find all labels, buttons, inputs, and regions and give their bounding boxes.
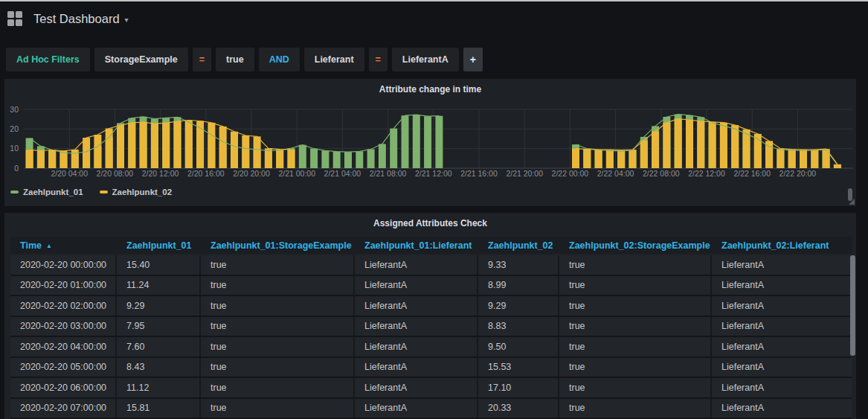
- bar-zaehlpunkt_02: [811, 150, 818, 168]
- table-scrollbar-thumb[interactable]: [850, 255, 855, 356]
- column-header-label: Zaehlpunkt_01:Lieferant: [364, 240, 472, 251]
- column-header-zaehlpunkt-01-storageexample[interactable]: Zaehlpunkt_01:StorageExample: [201, 237, 355, 254]
- bar-zaehlpunkt_01: [424, 116, 431, 168]
- table-cell: 20.33: [478, 399, 559, 418]
- legend-item-zaehlpunkt_02[interactable]: Zaehlpunkt_02: [100, 188, 173, 196]
- plus-icon: +: [470, 54, 476, 65]
- table-cell: 8.99: [478, 276, 559, 295]
- column-header-label: Zaehlpunkt_02: [488, 240, 553, 251]
- filter-chip-value[interactable]: true: [216, 48, 254, 71]
- legend-swatch: [100, 191, 108, 193]
- table-row: 2020-02-20 04:00:007.60trueLieferantA9.5…: [10, 337, 852, 358]
- table-cell: 15.53: [478, 358, 559, 377]
- dashboard-title-button[interactable]: Test Dashboard ▾: [33, 12, 129, 26]
- bar-zaehlpunkt_02: [265, 148, 272, 168]
- bar-zaehlpunkt_02: [288, 150, 295, 168]
- chart-panel: Attribute change in time 01020302/20 04:…: [4, 79, 856, 206]
- table-row: 2020-02-20 07:00:0015.81trueLieferantA20…: [10, 399, 852, 419]
- filter-chip-text: Lieferant: [315, 54, 354, 65]
- table-cell: 9.50: [478, 337, 559, 356]
- table-row: 2020-02-20 00:00:0015.40trueLieferantA9.…: [10, 255, 852, 276]
- table-header-row: Time▲Zaehlpunkt_01Zaehlpunkt_01:StorageE…: [10, 237, 852, 254]
- x-axis-tick-label: 2/20 08:00: [97, 169, 134, 178]
- filter-chip-text: true: [226, 54, 244, 65]
- table-cell: true: [201, 337, 355, 356]
- x-axis-tick-label: 2/22 08:00: [643, 169, 680, 178]
- table-cell: 11.24: [117, 276, 201, 295]
- bar-zaehlpunkt_02: [572, 149, 579, 168]
- table-cell: 9.33: [478, 255, 559, 275]
- dashboard-grid-icon[interactable]: [7, 11, 22, 26]
- filter-chip-text: AND: [269, 54, 289, 65]
- bar-zaehlpunkt_02: [640, 141, 648, 168]
- bar-zaehlpunkt_02: [652, 132, 659, 169]
- bar-zaehlpunkt_02: [140, 122, 147, 168]
- column-header-zaehlpunkt-02[interactable]: Zaehlpunkt_02: [478, 237, 559, 254]
- bar-zaehlpunkt_02: [231, 132, 238, 168]
- bar-zaehlpunkt_01: [402, 115, 409, 168]
- filter-chip-cond[interactable]: AND: [259, 48, 300, 71]
- legend-label: Zaehlpunkt_01: [23, 188, 83, 196]
- attribute-change-chart[interactable]: 01020302/20 04:002/20 08:002/20 12:002/2…: [6, 97, 853, 179]
- bar-zaehlpunkt_02: [606, 150, 614, 168]
- column-header-time[interactable]: Time▲: [10, 237, 117, 254]
- table-cell: 2020-02-20 06:00:00: [10, 378, 117, 397]
- filter-chip-key[interactable]: StorageExample: [94, 48, 188, 71]
- x-axis-tick-label: 2/20 16:00: [187, 169, 225, 178]
- table-cell: LieferantA: [355, 276, 478, 295]
- legend-swatch: [10, 191, 19, 193]
- filter-chip-key[interactable]: Lieferant: [304, 48, 364, 71]
- column-header-zaehlpunkt-01-lieferant[interactable]: Zaehlpunkt_01:Lieferant: [355, 237, 478, 254]
- table-cell: LieferantA: [355, 378, 478, 397]
- add-filter-button[interactable]: +: [463, 48, 483, 71]
- column-header-zaehlpunkt-02-storageexample[interactable]: Zaehlpunkt_02:StorageExample: [559, 237, 712, 254]
- table-row: 2020-02-20 03:00:007.95trueLieferantA8.8…: [10, 317, 852, 338]
- bar-zaehlpunkt_02: [37, 150, 45, 168]
- x-axis-tick-label: 2/20 04:00: [51, 169, 88, 178]
- x-axis-tick-label: 2/21 20:00: [506, 169, 543, 178]
- filter-chip-value[interactable]: LieferantA: [392, 48, 459, 71]
- bar-zaehlpunkt_01: [435, 116, 443, 168]
- table-cell: true: [201, 358, 355, 377]
- table-cell: true: [201, 276, 355, 295]
- table-row: 2020-02-20 02:00:009.29trueLieferantA9.2…: [10, 296, 852, 317]
- filter-chip-op[interactable]: =: [193, 48, 211, 71]
- bar-zaehlpunkt_01: [321, 150, 329, 168]
- table-cell: LieferantA: [712, 358, 852, 377]
- column-header-zaehlpunkt-02-lieferant[interactable]: Zaehlpunkt_02:Lieferant: [712, 237, 852, 254]
- table-panel-title[interactable]: Assigned Attributes Check: [4, 213, 856, 228]
- bar-zaehlpunkt_01: [310, 149, 318, 168]
- bar-zaehlpunkt_02: [617, 150, 625, 169]
- table-cell: LieferantA: [712, 399, 852, 418]
- bar-zaehlpunkt_02: [720, 123, 727, 168]
- table-cell: 7.60: [117, 337, 201, 356]
- table-cell: true: [201, 378, 355, 397]
- x-axis-tick-label: 2/22 12:00: [688, 169, 725, 178]
- column-header-label: Zaehlpunkt_02:Lieferant: [721, 240, 829, 251]
- table-row: 2020-02-20 06:00:0011.12trueLieferantA17…: [10, 378, 852, 399]
- bar-zaehlpunkt_02: [777, 149, 784, 168]
- table-cell: LieferantA: [355, 399, 478, 418]
- legend-label: Zaehlpunkt_02: [112, 188, 173, 196]
- legend-item-zaehlpunkt_01[interactable]: Zaehlpunkt_01: [10, 188, 83, 196]
- table-cell: LieferantA: [712, 296, 852, 316]
- table-cell: 8.43: [117, 358, 201, 377]
- table-cell: 2020-02-20 07:00:00: [10, 399, 117, 418]
- filter-chip-text: LieferantA: [402, 54, 449, 65]
- y-axis-tick-label: 10: [10, 144, 19, 153]
- filter-chip-op[interactable]: =: [369, 48, 388, 71]
- bar-zaehlpunkt_02: [276, 150, 283, 168]
- chart-panel-title[interactable]: Attribute change in time: [4, 79, 856, 95]
- table-row: 2020-02-20 01:00:0011.24trueLieferantA8.…: [10, 276, 852, 297]
- table-cell: 15.81: [117, 399, 201, 418]
- bar-zaehlpunkt_01: [333, 152, 341, 168]
- table-cell: 9.29: [478, 296, 559, 316]
- panel-resize-handle[interactable]: [849, 199, 855, 205]
- bar-zaehlpunkt_02: [26, 150, 33, 168]
- table-cell: 2020-02-20 02:00:00: [10, 296, 117, 316]
- bar-zaehlpunkt_01: [299, 145, 306, 168]
- bar-zaehlpunkt_02: [242, 135, 249, 168]
- column-header-zaehlpunkt-01[interactable]: Zaehlpunkt_01: [117, 237, 201, 254]
- table-cell: 15.40: [117, 255, 201, 275]
- bar-zaehlpunkt_02: [94, 135, 101, 168]
